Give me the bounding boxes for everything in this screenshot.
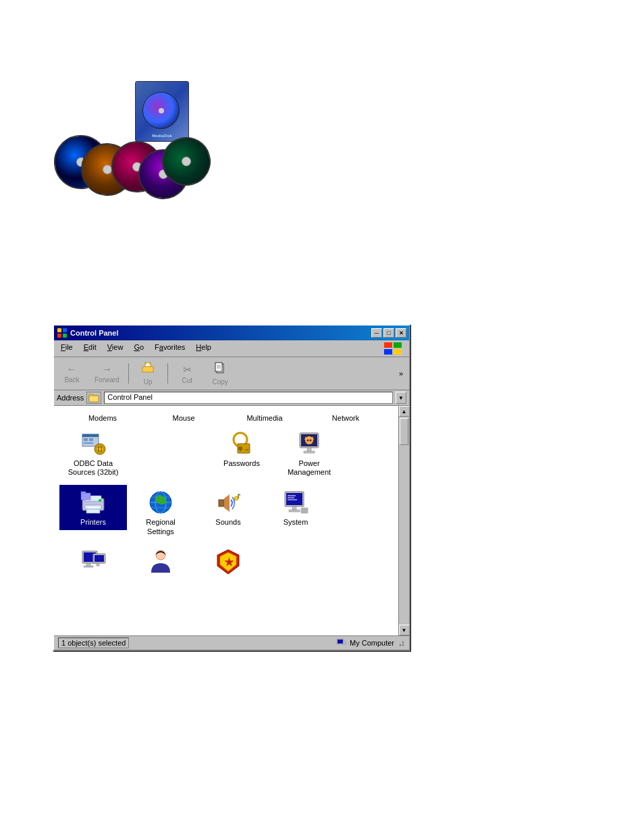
system-item[interactable]: System [262,485,329,529]
header-row: Modems Mouse Multimedia Network [59,411,393,426]
scroll-down-button[interactable]: ▼ [399,625,410,635]
address-icon-box [86,392,101,404]
svg-rect-49 [81,493,90,500]
content-area: Modems Mouse Multimedia Network [54,406,409,635]
svg-point-58 [234,496,238,500]
sounds-icon [215,489,242,516]
regional-item[interactable]: RegionalSettings [127,485,194,538]
back-label: Back [64,376,79,384]
menu-edit[interactable]: Edit [80,342,101,355]
forward-icon: → [101,363,112,375]
svg-rect-77 [95,555,104,562]
control-panel-window: Control Panel ─ □ ✕ File Edit View Go Fa… [53,324,410,651]
software-box: MediaDisk [135,81,189,142]
address-folder-icon [88,393,99,402]
icon-row-4: ★ [59,544,393,581]
close-button[interactable]: ✕ [396,328,406,338]
address-label: Address [57,394,84,402]
back-button[interactable]: ← Back [57,361,87,386]
my-computer-label: My Computer [350,639,394,647]
passwords-item[interactable]: Passwords [208,426,275,471]
svg-line-60 [238,494,240,495]
cut-button[interactable]: ✂ Cut [172,361,203,386]
svg-rect-66 [292,506,296,510]
bottom-item-1[interactable] [59,544,127,578]
bottom-item-2[interactable] [127,544,194,578]
up-label: Up [144,378,153,386]
svg-rect-41 [307,448,311,451]
printers-item[interactable]: Printers [59,485,127,529]
network-computer-icon [80,548,107,575]
icons-area: Modems Mouse Multimedia Network [54,406,398,635]
svg-rect-20 [82,434,99,437]
svg-rect-4 [384,342,392,348]
sounds-item[interactable]: Sounds [194,485,262,529]
address-dropdown[interactable]: ▼ [396,392,406,404]
power-icon [296,430,323,457]
svg-rect-74 [86,563,90,566]
svg-rect-18 [89,396,99,402]
passwords-label: Passwords [223,459,260,468]
odbc-item[interactable]: ODBC DataSources (32bit) [59,426,127,479]
svg-text:★: ★ [224,556,234,568]
svg-rect-87 [343,642,346,644]
copy-label: Copy [213,378,228,386]
svg-rect-1 [63,328,67,332]
windows-logo-icon [383,342,404,355]
power-label: PowerManagement [288,459,331,477]
cut-icon: ✂ [183,363,192,376]
toolbar-more-button[interactable]: » [396,367,406,380]
maximize-button[interactable]: □ [383,328,394,338]
svg-rect-85 [339,644,341,646]
menu-favorites[interactable]: Favorites [151,342,189,355]
status-bar: 1 object(s) selected My Computer [54,635,409,650]
address-bar: Address Control Panel ▼ [54,390,409,406]
svg-point-47 [99,499,101,502]
svg-point-88 [402,644,404,646]
menu-go[interactable]: Go [130,342,148,355]
svg-point-39 [307,440,309,442]
toolbar-separator-2 [167,363,168,384]
copy-icon [213,361,227,377]
system-icon [282,489,309,516]
icon-row-3: Printers RegionalSettings [59,485,393,538]
svg-rect-75 [84,566,93,567]
svg-point-36 [305,436,313,444]
forward-button[interactable]: → Forward [90,361,124,386]
control-panel-icon [57,328,68,338]
svg-rect-0 [57,328,61,332]
window-title: Control Panel [70,329,369,337]
power-item[interactable]: PowerManagement [275,426,343,479]
svg-rect-78 [97,563,99,566]
toolbar: ← Back → Forward Up ✂ Cut [54,357,409,390]
header-mouse: Mouse [143,414,224,422]
minimize-button[interactable]: ─ [371,328,382,338]
box-disc [142,92,180,129]
scroll-up-button[interactable]: ▲ [399,406,410,417]
bottom-item-3[interactable]: ★ [194,544,262,578]
menu-view[interactable]: View [103,342,128,355]
menu-help[interactable]: Help [192,342,215,355]
svg-point-40 [310,440,312,442]
regional-icon [147,489,174,516]
svg-rect-50 [81,492,86,494]
menu-bar: File Edit View Go Favorites Help [54,340,409,357]
svg-rect-56 [219,500,224,506]
up-icon [141,361,155,377]
copy-button[interactable]: Copy [205,359,236,388]
svg-rect-46 [88,507,99,509]
svg-marker-57 [224,494,230,512]
security-icon: ★ [215,548,242,575]
cd-image-area: MediaDisk [54,81,216,216]
svg-rect-23 [84,442,93,444]
up-button[interactable]: Up [133,359,163,388]
empty-slot [127,426,208,433]
scrollbar-track[interactable] [399,417,409,625]
resize-grip-icon [397,639,405,647]
address-input[interactable]: Control Panel [104,392,393,404]
svg-rect-6 [384,349,392,355]
scrollbar-thumb[interactable] [400,418,408,445]
menu-file[interactable]: File [57,342,77,355]
status-text: 1 object(s) selected [58,637,129,648]
sounds-label: Sounds [215,518,240,527]
